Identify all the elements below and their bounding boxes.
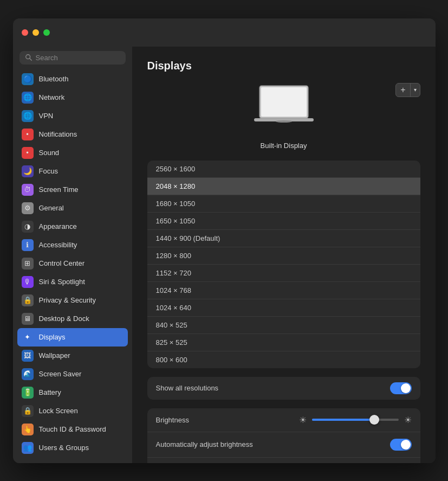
wallpaper-icon: 🖼 xyxy=(22,350,34,362)
resolution-item[interactable]: 840 × 525 xyxy=(147,317,420,334)
sidebar-item-privacy-label: Privacy & Security xyxy=(39,296,96,304)
sidebar-item-lockscreen-label: Lock Screen xyxy=(39,407,78,415)
accessibility-icon: ℹ xyxy=(22,239,34,251)
sidebar-item-wallpaper-label: Wallpaper xyxy=(39,351,70,360)
sidebar-item-bluetooth-label: Bluetooth xyxy=(39,75,69,83)
resolution-item[interactable]: 1024 × 640 xyxy=(147,299,420,317)
sidebar-item-general[interactable]: ⚙General xyxy=(17,199,128,217)
sound-icon: • xyxy=(22,147,34,159)
touchid-icon: 👆 xyxy=(22,424,34,435)
maximize-button[interactable] xyxy=(43,29,50,36)
sidebar-item-accessibility-label: Accessibility xyxy=(39,241,77,249)
page-title: Displays xyxy=(147,60,420,72)
minimize-button[interactable] xyxy=(33,29,39,36)
true-tone-row: True Tone Automatically adapt display to… xyxy=(147,458,420,463)
sidebar-item-appearance-label: Appearance xyxy=(39,222,77,230)
sidebar-item-sound[interactable]: •Sound xyxy=(17,144,128,162)
show-all-row: Show all resolutions xyxy=(147,377,420,400)
brightness-control: ☀ ☀ xyxy=(284,415,412,425)
sidebar-item-network-label: Network xyxy=(39,93,65,101)
sidebar-item-siri-label: Siri & Spotlight xyxy=(39,278,85,286)
sidebar-item-lockscreen[interactable]: 🔒Lock Screen xyxy=(17,402,128,420)
resolution-item[interactable]: 2048 × 1280 xyxy=(147,178,420,195)
auto-brightness-row: Automatically adjust brightness xyxy=(147,432,420,458)
resolution-panel: 2560 × 16002048 × 12801680 × 10501650 × … xyxy=(147,161,420,368)
sun-dim-icon: ☀ xyxy=(299,415,307,425)
sidebar-item-bluetooth[interactable]: 🔵Bluetooth xyxy=(17,70,128,88)
resolution-item[interactable]: 1152 × 720 xyxy=(147,265,420,282)
sidebar-item-siri[interactable]: 🎙Siri & Spotlight xyxy=(17,273,128,291)
display-name-label: Built-in Display xyxy=(261,142,307,150)
display-preview: Built-in Display + ▾ xyxy=(147,83,420,150)
main-content: Displays Bu xyxy=(132,47,436,463)
sun-bright-icon: ☀ xyxy=(404,415,412,425)
brightness-label: Brightness xyxy=(156,416,284,424)
auto-brightness-toggle[interactable] xyxy=(390,439,412,451)
sidebar-item-appearance[interactable]: ◑Appearance xyxy=(17,217,128,236)
sidebar-item-notifications[interactable]: •Notifications xyxy=(17,125,128,144)
screensaver-icon: 🌊 xyxy=(22,368,34,380)
resolution-item[interactable]: 1440 × 900 (Default) xyxy=(147,230,420,247)
sidebar-item-vpn[interactable]: 🌐VPN xyxy=(17,107,128,125)
controlcenter-icon: ⊞ xyxy=(22,258,34,270)
svg-line-1 xyxy=(29,59,31,61)
resolution-item[interactable]: 1024 × 768 xyxy=(147,282,420,299)
sidebar-item-sound-label: Sound xyxy=(39,149,60,157)
sidebar-item-battery[interactable]: 🔋Battery xyxy=(17,383,128,402)
focus-icon: 🌙 xyxy=(22,165,34,177)
battery-icon: 🔋 xyxy=(22,387,34,399)
laptop-icon xyxy=(251,83,316,134)
search-icon xyxy=(25,54,33,61)
show-all-toggle[interactable] xyxy=(390,382,412,394)
displays-icon: ✦ xyxy=(22,331,34,343)
auto-brightness-label-container: Automatically adjust brightness xyxy=(156,440,390,448)
resolution-item[interactable]: 1280 × 800 xyxy=(147,247,420,265)
sidebar-item-network[interactable]: 🌐Network xyxy=(17,88,128,107)
sidebar-item-privacy[interactable]: 🔒Privacy & Security xyxy=(17,291,128,310)
sidebar-item-displays-label: Displays xyxy=(39,333,66,341)
sidebar-item-notifications-label: Notifications xyxy=(39,130,77,138)
sidebar-item-screentime[interactable]: ⏱Screen Time xyxy=(17,181,128,199)
sidebar-item-controlcenter-label: Control Center xyxy=(39,259,85,267)
sidebar-item-wallpaper[interactable]: 🖼Wallpaper xyxy=(17,347,128,365)
sidebar-item-displays[interactable]: ✦Displays xyxy=(17,328,128,347)
sidebar-item-users[interactable]: 👥Users & Groups xyxy=(17,439,128,457)
desktop-icon: 🖥 xyxy=(22,313,34,325)
brightness-slider[interactable] xyxy=(312,419,399,421)
show-all-toggle-knob xyxy=(401,383,411,393)
sidebar-item-focus[interactable]: 🌙Focus xyxy=(17,162,128,181)
search-input[interactable] xyxy=(36,54,120,62)
sidebar-item-vpn-label: VPN xyxy=(39,112,54,120)
network-icon: 🌐 xyxy=(22,92,34,104)
vpn-icon: 🌐 xyxy=(22,110,34,122)
search-box[interactable] xyxy=(20,51,126,65)
resolution-item[interactable]: 825 × 525 xyxy=(147,334,420,351)
sidebar-item-controlcenter[interactable]: ⊞Control Center xyxy=(17,254,128,273)
lockscreen-icon: 🔒 xyxy=(22,405,34,417)
svg-point-5 xyxy=(276,120,292,123)
add-display-button[interactable]: + ▾ xyxy=(395,83,420,97)
window-content: 🔵Bluetooth🌐Network🌐VPN•Notifications•Sou… xyxy=(13,47,436,463)
sidebar-item-touchid[interactable]: 👆Touch ID & Password xyxy=(17,420,128,439)
sidebar-items: 🔵Bluetooth🌐Network🌐VPN•Notifications•Sou… xyxy=(17,70,128,457)
slider-knob[interactable] xyxy=(369,415,379,425)
sidebar-item-battery-label: Battery xyxy=(39,388,61,396)
resolution-item[interactable]: 800 × 600 xyxy=(147,351,420,368)
siri-icon: 🎙 xyxy=(22,276,34,288)
sidebar-item-accessibility[interactable]: ℹAccessibility xyxy=(17,236,128,254)
auto-brightness-label: Automatically adjust brightness xyxy=(156,440,390,448)
titlebar xyxy=(13,18,436,47)
sidebar-item-screensaver[interactable]: 🌊Screen Saver xyxy=(17,365,128,383)
close-button[interactable] xyxy=(22,29,28,36)
resolution-item[interactable]: 1650 × 1050 xyxy=(147,213,420,230)
svg-rect-3 xyxy=(261,87,307,117)
sidebar: 🔵Bluetooth🌐Network🌐VPN•Notifications•Sou… xyxy=(13,47,132,463)
resolution-item[interactable]: 1680 × 1050 xyxy=(147,195,420,213)
show-all-label: Show all resolutions xyxy=(156,384,219,392)
resolution-item[interactable]: 2560 × 1600 xyxy=(147,161,420,178)
general-icon: ⚙ xyxy=(22,202,34,214)
add-plus-icon: + xyxy=(396,84,410,97)
sidebar-item-desktop[interactable]: 🖥Desktop & Dock xyxy=(17,310,128,328)
slider-fill xyxy=(312,419,374,421)
sidebar-item-touchid-label: Touch ID & Password xyxy=(39,425,106,433)
